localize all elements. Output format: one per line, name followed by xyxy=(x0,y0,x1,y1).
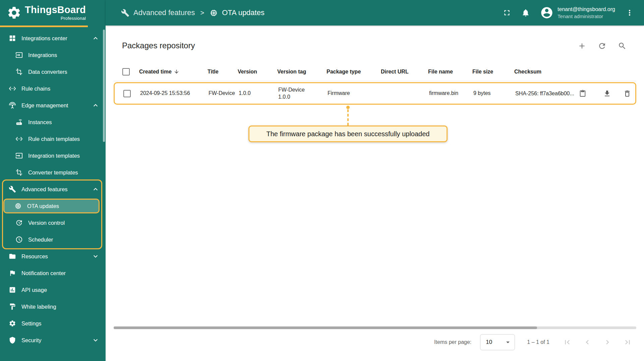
cell-version-tag: FW-Device 1.0.0 xyxy=(278,87,328,101)
sidebar-item-converter-templates[interactable]: Converter templates xyxy=(0,164,106,181)
chevron-down-icon[interactable] xyxy=(92,252,100,260)
column-header-checksum[interactable]: Checksum xyxy=(514,69,636,75)
column-header-title[interactable]: Title xyxy=(208,69,238,75)
chart-icon xyxy=(9,286,16,294)
sidebar-item-data-converters[interactable]: Data converters xyxy=(0,63,106,80)
cell-file-name: firmware.bin xyxy=(429,90,473,97)
column-header-direct-url[interactable]: Direct URL xyxy=(381,69,428,75)
grid-icon xyxy=(9,35,16,42)
cell-checksum: SHA-256: ff7a3ea6b00... xyxy=(515,90,635,98)
checksum-value: SHA-256: ff7a3ea6b00... xyxy=(515,91,574,97)
more-vert-icon[interactable] xyxy=(625,8,634,17)
sidebar-item-instances[interactable]: Instances xyxy=(0,114,106,131)
breadcrumb-advanced-features[interactable]: Advanced features xyxy=(121,8,195,17)
update-icon xyxy=(15,219,23,226)
search-button[interactable] xyxy=(618,42,627,50)
page-title: Packages repository xyxy=(122,41,195,50)
top-header: Advanced features > OTA updates tenant@t… xyxy=(106,0,644,25)
first-page-button[interactable] xyxy=(563,338,572,347)
column-header-version[interactable]: Version xyxy=(238,69,277,75)
sort-descending-icon[interactable] xyxy=(174,69,179,74)
fullscreen-icon[interactable] xyxy=(503,8,511,17)
sidebar-item-ota-updates[interactable]: OTA updates xyxy=(3,199,100,213)
sidebar-item-notification-center[interactable]: Notification center xyxy=(0,265,106,281)
sidebar-item-integrations[interactable]: Integrations xyxy=(0,47,106,63)
folder-icon xyxy=(9,253,16,260)
thingsboard-logo[interactable]: ThingsBoard Professional xyxy=(0,0,106,25)
header-controls: tenant@thingsboard.org Tenant administra… xyxy=(503,6,634,19)
table-header-row: Created time Title Version Version tag P… xyxy=(114,62,636,81)
breadcrumb: Advanced features > OTA updates xyxy=(121,8,265,17)
chevron-down-icon[interactable] xyxy=(92,336,100,344)
column-header-version-tag[interactable]: Version tag xyxy=(277,69,327,75)
sidebar-item-rule-chains[interactable]: Rule chains xyxy=(0,80,106,97)
antenna-icon xyxy=(9,102,16,109)
horizontal-scrollbar-thumb[interactable] xyxy=(114,326,537,329)
user-email: tenant@thingsboard.org xyxy=(558,6,615,12)
sidebar-scrollbar[interactable] xyxy=(103,30,105,142)
clock-icon xyxy=(15,236,23,243)
cell-file-size: 9 bytes xyxy=(473,90,515,97)
next-page-button[interactable] xyxy=(603,338,612,347)
brand-name: ThingsBoard xyxy=(25,5,86,15)
sidebar-item-scheduler[interactable]: Scheduler xyxy=(0,231,106,248)
select-all-checkbox[interactable] xyxy=(122,68,130,75)
packages-table: Created time Title Version Version tag P… xyxy=(114,62,636,105)
previous-page-button[interactable] xyxy=(583,338,592,347)
tools-icon xyxy=(9,186,16,193)
chevron-up-icon[interactable] xyxy=(92,101,100,109)
tools-icon xyxy=(121,9,129,17)
content-area: Packages repository Created time Title V… xyxy=(106,25,644,361)
paginator: Items per page: 10 1 – 1 of 1 xyxy=(434,333,632,352)
page-range-label: 1 – 1 of 1 xyxy=(527,339,549,345)
add-package-button[interactable] xyxy=(578,42,586,50)
sidebar-item-rule-chain-templates[interactable]: Rule chain templates xyxy=(0,131,106,147)
ethernet-icon xyxy=(9,85,16,92)
breadcrumb-separator: > xyxy=(200,9,204,17)
sidebar-nav: Integrations center Integrations Data co… xyxy=(0,27,106,349)
column-header-file-size[interactable]: File size xyxy=(472,69,514,75)
items-per-page-label: Items per page: xyxy=(434,339,471,345)
cell-title: FW-Device xyxy=(209,90,239,97)
column-header-file-name[interactable]: File name xyxy=(428,69,472,75)
column-header-created-time[interactable]: Created time xyxy=(139,69,208,75)
sidebar-item-resources[interactable]: Resources xyxy=(0,248,106,265)
input-icon xyxy=(15,152,23,159)
cell-version: 1.0.0 xyxy=(239,90,278,97)
delete-package-icon[interactable] xyxy=(623,90,631,98)
account-menu[interactable]: tenant@thingsboard.org Tenant administra… xyxy=(540,6,615,19)
sidebar-item-white-labeling[interactable]: White labeling xyxy=(0,298,106,315)
sidebar-item-security[interactable]: Security xyxy=(0,332,106,349)
brand-subtitle: Professional xyxy=(61,16,86,21)
row-checkbox[interactable] xyxy=(123,90,131,97)
refresh-button[interactable] xyxy=(598,42,606,50)
cell-package-type: Firmware xyxy=(328,90,382,97)
thingsboard-logo-icon xyxy=(7,5,21,20)
last-page-button[interactable] xyxy=(623,338,632,347)
copy-checksum-icon[interactable] xyxy=(579,90,586,97)
download-package-icon[interactable] xyxy=(603,90,611,98)
sidebar-item-edge-management[interactable]: Edge management xyxy=(0,97,106,114)
column-header-package-type[interactable]: Package type xyxy=(327,69,381,75)
row-actions xyxy=(603,90,633,98)
sidebar-item-settings[interactable]: Settings xyxy=(0,315,106,332)
sidebar-item-advanced-features[interactable]: Advanced features xyxy=(0,181,106,198)
table-row[interactable]: 2024-09-25 15:53:56 FW-Device 1.0.0 FW-D… xyxy=(115,83,635,104)
items-per-page-select[interactable]: 10 xyxy=(480,334,515,350)
sidebar-item-integrations-center[interactable]: Integrations center xyxy=(0,30,106,47)
app-window: ThingsBoard Professional Integrations ce… xyxy=(0,0,644,361)
avatar xyxy=(540,6,553,19)
sidebar-item-version-control[interactable]: Version control xyxy=(0,214,106,231)
annotation-callout: The firmware package has been successful… xyxy=(248,125,448,142)
memory-chip-icon xyxy=(210,9,218,17)
sidebar-item-integration-templates[interactable]: Integration templates xyxy=(0,147,106,164)
chevron-up-icon[interactable] xyxy=(92,185,100,193)
router-icon xyxy=(15,118,23,126)
notifications-bell-icon[interactable] xyxy=(521,8,530,17)
sidebar-item-api-usage[interactable]: API usage xyxy=(0,281,106,298)
memory-chip-icon xyxy=(14,202,22,210)
breadcrumb-ota-updates[interactable]: OTA updates xyxy=(210,8,265,17)
table-toolbar xyxy=(578,42,627,50)
caret-down-icon xyxy=(504,338,512,346)
chevron-up-icon[interactable] xyxy=(92,34,100,42)
